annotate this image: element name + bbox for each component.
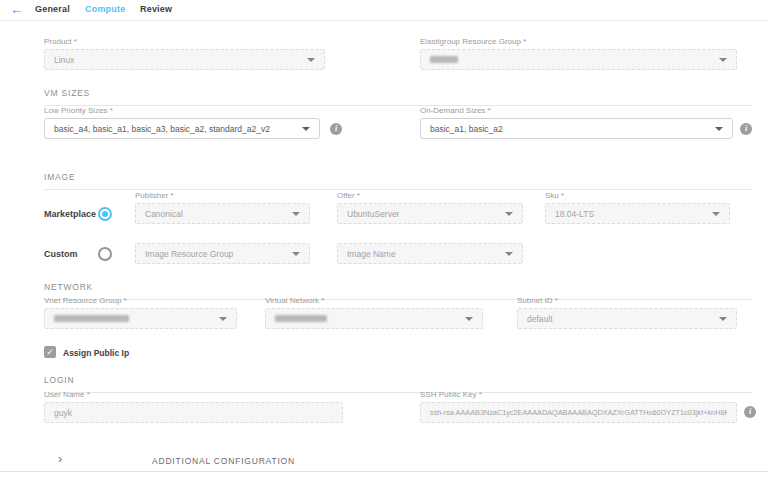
chevron-down-icon [465, 317, 473, 321]
ssh-public-key-value: ssh-rsa AAAAB3NzaC1yc2EAAAADAQABAAABAQDX… [430, 408, 727, 417]
marketplace-option-label: Marketplace [44, 209, 96, 219]
on-demand-sizes-select[interactable]: basic_a1, basic_a2 [420, 118, 733, 139]
wizard-tab-bar: ← General Compute Review [0, 0, 768, 21]
chevron-down-icon [719, 317, 727, 321]
additional-configuration-toggle[interactable]: ADDITIONAL CONFIGURATION [152, 456, 295, 466]
redacted-value [54, 315, 129, 322]
bottom-divider [0, 471, 768, 472]
section-vm-sizes-title: VM SIZES [44, 88, 90, 98]
virtual-network-field: Virtual Network * [265, 296, 483, 329]
product-label: Product * [44, 37, 325, 46]
elastigroup-resource-group-field: Elastigroup Resource Group * [420, 37, 737, 70]
image-resource-group-select[interactable]: Image Resource Group [135, 243, 310, 264]
image-resource-group-field: Image Resource Group [135, 243, 310, 264]
offer-label: Offer * [337, 191, 523, 200]
low-priority-sizes-value: basic_a4, basic_a1, basic_a3, basic_a2, … [54, 124, 270, 134]
info-icon[interactable]: i [744, 406, 756, 418]
user-name-field: User Name * guyk [44, 390, 343, 423]
product-select[interactable]: Linux [44, 49, 325, 70]
sku-value: 18.04-LTS [555, 209, 594, 219]
subnet-id-value: default [527, 314, 553, 324]
user-name-input[interactable]: guyk [44, 402, 343, 423]
chevron-down-icon [505, 212, 513, 216]
publisher-label: Publisher * [135, 191, 310, 200]
sku-select[interactable]: 18.04-LTS [545, 203, 730, 224]
chevron-down-icon [292, 252, 300, 256]
section-vm-sizes: VM SIZES [44, 88, 753, 106]
image-resource-group-placeholder: Image Resource Group [145, 249, 233, 259]
publisher-select[interactable]: Canonical [135, 203, 310, 224]
section-image-title: IMAGE [44, 172, 75, 182]
subnet-id-field: Subnet ID * default [517, 296, 737, 329]
custom-radio[interactable] [98, 247, 112, 261]
image-name-field: Image Name [337, 243, 523, 264]
chevron-down-icon [307, 58, 315, 62]
subnet-id-label: Subnet ID * [517, 296, 737, 305]
ssh-public-key-field: SSH Public Key * ssh-rsa AAAAB3NzaC1yc2E… [420, 390, 737, 423]
offer-value: UbuntuServer [347, 209, 399, 219]
user-name-value: guyk [54, 408, 72, 418]
tab-review[interactable]: Review [140, 4, 172, 14]
section-network-title: NETWORK [44, 282, 93, 292]
vnet-resource-group-label: Vnet Resource Group * [44, 296, 237, 305]
low-priority-sizes-field: Low Priority Sizes * basic_a4, basic_a1,… [44, 106, 320, 139]
image-name-placeholder: Image Name [347, 249, 396, 259]
custom-option-label: Custom [44, 249, 78, 259]
low-priority-sizes-select[interactable]: basic_a4, basic_a1, basic_a3, basic_a2, … [44, 118, 320, 139]
section-login-title: LOGIN [44, 375, 74, 385]
chevron-down-icon [715, 127, 723, 131]
marketplace-radio[interactable] [98, 207, 112, 221]
check-icon: ✓ [46, 347, 54, 357]
compute-form-page: ← General Compute Review Product * Linux… [0, 0, 768, 483]
chevron-down-icon [719, 58, 727, 62]
low-priority-sizes-label: Low Priority Sizes * [44, 106, 320, 115]
redacted-value [275, 315, 327, 322]
ssh-public-key-input[interactable]: ssh-rsa AAAAB3NzaC1yc2EAAAADAQABAAABAQDX… [420, 402, 737, 423]
back-icon[interactable]: ← [10, 2, 23, 18]
publisher-field: Publisher * Canonical [135, 191, 310, 224]
sku-field: Sku * 18.04-LTS [545, 191, 730, 224]
subnet-id-select[interactable]: default [517, 308, 737, 329]
sku-label: Sku * [545, 191, 730, 200]
assign-public-ip-checkbox[interactable]: ✓ [44, 346, 56, 358]
on-demand-sizes-value: basic_a1, basic_a2 [430, 124, 503, 134]
on-demand-sizes-label: On-Demand Sizes * [420, 106, 733, 115]
product-value: Linux [54, 55, 74, 65]
vnet-resource-group-field: Vnet Resource Group * [44, 296, 237, 329]
vnet-resource-group-select[interactable] [44, 308, 237, 329]
ssh-public-key-label: SSH Public Key * [420, 390, 737, 399]
info-icon[interactable]: i [740, 123, 752, 135]
elastigroup-resource-group-label: Elastigroup Resource Group * [420, 37, 737, 46]
image-name-select[interactable]: Image Name [337, 243, 523, 264]
publisher-value: Canonical [145, 209, 183, 219]
redacted-value [430, 56, 458, 63]
radio-dot [102, 211, 108, 217]
on-demand-sizes-field: On-Demand Sizes * basic_a1, basic_a2 [420, 106, 733, 139]
chevron-down-icon [712, 212, 720, 216]
virtual-network-select[interactable] [265, 308, 483, 329]
user-name-label: User Name * [44, 390, 343, 399]
assign-public-ip-label: Assign Public Ip [63, 348, 129, 358]
chevron-down-icon [505, 252, 513, 256]
chevron-down-icon [292, 212, 300, 216]
info-icon[interactable]: i [330, 123, 342, 135]
elastigroup-resource-group-select[interactable] [420, 49, 737, 70]
section-image: IMAGE [44, 172, 753, 190]
offer-select[interactable]: UbuntuServer [337, 203, 523, 224]
chevron-down-icon [219, 317, 227, 321]
product-field: Product * Linux [44, 37, 325, 70]
expand-chevron-icon[interactable]: › [58, 453, 62, 465]
offer-field: Offer * UbuntuServer [337, 191, 523, 224]
tab-general[interactable]: General [35, 4, 70, 14]
chevron-down-icon [302, 127, 310, 131]
virtual-network-label: Virtual Network * [265, 296, 483, 305]
tab-compute[interactable]: Compute [85, 4, 125, 14]
